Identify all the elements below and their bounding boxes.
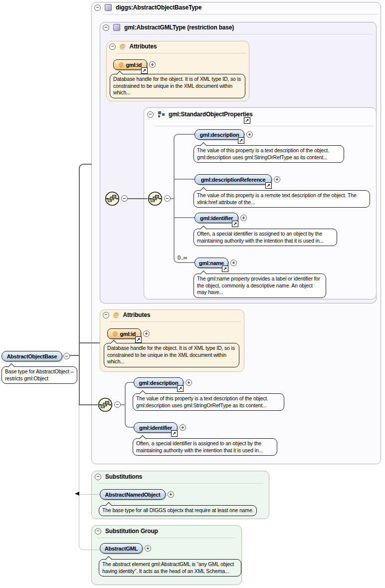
connector-line — [179, 262, 194, 263]
sequence-compositor-icon[interactable] — [105, 191, 120, 206]
complex-type-header: − diggs:AbstractObjectBaseType — [94, 3, 201, 11]
expand-icon[interactable]: + — [149, 61, 156, 68]
substitution-group-title: Substitution Group — [105, 528, 158, 535]
connector-line — [121, 404, 125, 405]
jump-to-definition-icon[interactable]: ↗ — [222, 266, 228, 272]
sop-title: gml:StandardObjectProperties — [169, 111, 252, 118]
attribute-icon: @ — [113, 331, 118, 336]
annotation-text: The value of this property is a remote t… — [197, 192, 367, 206]
connector-line — [125, 387, 126, 423]
attributes-header: − @ Attributes — [109, 42, 157, 50]
collapse-icon[interactable]: − — [121, 195, 128, 202]
jump-to-definition-icon[interactable]: ↗ — [232, 221, 238, 227]
jump-to-definition-icon[interactable]: ↗ — [171, 430, 178, 437]
collapse-icon[interactable]: − — [94, 4, 101, 11]
connector-line — [174, 139, 175, 258]
annotation: The value of this property is a remote t… — [193, 190, 370, 208]
annotation-text: Database handle for the object. It is of… — [107, 345, 236, 365]
connector-line — [84, 164, 92, 165]
collapse-icon[interactable]: − — [103, 24, 109, 31]
annotation-text: Often, a special identifier is assigned … — [197, 231, 334, 244]
separator — [98, 483, 263, 484]
annotation: The gml:name property provides a label o… — [193, 274, 326, 298]
substitution-arrow-icon — [75, 492, 79, 496]
collapse-icon[interactable]: − — [103, 312, 109, 318]
element-AbstractObjectBase[interactable]: AbstractObjectBase — [1, 351, 62, 361]
attribute-icon: @ — [120, 43, 126, 50]
annotation-text: The base type for all DIGGS objectx that… — [102, 507, 253, 514]
expand-icon[interactable]: + — [186, 379, 192, 386]
attributes-title: Attributes — [130, 43, 157, 50]
sequence-compositor-icon[interactable] — [98, 397, 113, 412]
expand-icon[interactable]: + — [240, 215, 247, 221]
jump-to-definition-icon[interactable]: ↗ — [265, 182, 272, 189]
connector-line — [130, 382, 134, 383]
jump-to-definition-icon[interactable]: ↗ — [244, 117, 250, 124]
annotation: Often, a special identifier is assigned … — [133, 438, 277, 456]
expand-icon[interactable]: + — [168, 491, 174, 498]
collapse-icon[interactable]: − — [114, 401, 121, 408]
separator — [155, 126, 373, 126]
complex-type-icon — [113, 24, 120, 31]
model-group-icon — [158, 111, 165, 118]
connector-line — [80, 404, 98, 405]
annotation-text: The abstract element gml:AbstractGML is … — [102, 561, 238, 575]
cardinality-label: 0..∞ — [178, 255, 187, 261]
complex-type-title: diggs:AbstractObjectBaseType — [116, 4, 201, 11]
sop-header: − gml:StandardObjectProperties — [147, 110, 252, 118]
restriction-base-title: gml:AbstractGMLType (restriction base) — [124, 24, 234, 31]
collapse-icon[interactable]: − — [147, 111, 154, 118]
substitutions-title: Substitutions — [105, 473, 142, 480]
annotation: Base type for AbstractObject – restricts… — [1, 366, 77, 384]
element-AbstractGML[interactable]: AbstractGML — [100, 543, 143, 554]
jump-to-definition-icon[interactable]: ↗ — [238, 137, 244, 144]
schema-diagram: − diggs:AbstractObjectBaseType − gml:Abs… — [0, 0, 385, 588]
annotation-text: Database handle for the object. It is of… — [113, 76, 242, 96]
attribute-label: gml:id — [120, 331, 136, 337]
attributes-title: Attributes — [123, 311, 151, 318]
jump-to-definition-icon[interactable]: ↗ — [141, 67, 148, 74]
collapse-icon[interactable]: − — [95, 474, 101, 480]
element-gml-description[interactable]: gml:description — [134, 377, 184, 388]
expand-icon[interactable]: + — [145, 545, 151, 552]
annotation-text: The gml:name property provides a label o… — [197, 276, 323, 296]
attribute-icon: @ — [119, 62, 124, 67]
expand-icon[interactable]: + — [230, 260, 237, 266]
annotation: Database handle for the object. It is of… — [110, 74, 245, 98]
annotation-text: Base type for AbstractObject – restricts… — [5, 368, 74, 382]
element-gml-description[interactable]: gml:description — [194, 129, 244, 140]
sequence-compositor-icon[interactable] — [148, 191, 163, 206]
element-AbstractNamedObject[interactable]: AbstractNamedObject — [100, 489, 166, 500]
jump-to-definition-icon[interactable]: ↗ — [135, 336, 142, 343]
separator — [111, 34, 373, 34]
connector-line — [174, 179, 194, 180]
annotation: The abstract element gml:AbstractGML is … — [99, 559, 241, 577]
connector-trunk — [79, 169, 80, 405]
expand-icon[interactable]: + — [274, 176, 280, 183]
collapse-icon[interactable]: − — [95, 528, 101, 535]
annotation-text: The value of this property is a text des… — [136, 395, 281, 409]
connector-line — [179, 134, 194, 135]
element-gml-descriptionReference[interactable]: gml:descriptionReference — [194, 174, 272, 185]
expand-icon[interactable]: + — [143, 330, 150, 337]
connector-line — [84, 550, 100, 550]
attribute-label: gml:id — [126, 62, 142, 68]
complex-type-icon — [105, 4, 112, 11]
separator — [102, 14, 378, 14]
expand-icon[interactable]: + — [180, 424, 186, 431]
annotation: The base type for all DIGGS objectx that… — [99, 505, 257, 516]
connector-line — [70, 355, 79, 356]
attributes-header: − @ Attributes — [103, 311, 150, 319]
connector-line — [80, 342, 100, 343]
collapse-icon[interactable]: − — [63, 353, 70, 359]
annotation: Often, a special identifier is assigned … — [193, 229, 337, 246]
annotation: The value of this property is a text des… — [133, 393, 284, 411]
collapse-icon[interactable]: − — [109, 43, 116, 50]
connector-line — [174, 217, 194, 218]
expand-icon[interactable]: + — [246, 131, 253, 138]
jump-to-definition-icon[interactable]: ↗ — [177, 385, 184, 392]
connector-trunk-light — [79, 405, 79, 545]
collapse-icon[interactable]: − — [164, 195, 171, 202]
annotation-text: Often, a special identifier is assigned … — [136, 440, 274, 454]
connector-line — [130, 427, 134, 428]
